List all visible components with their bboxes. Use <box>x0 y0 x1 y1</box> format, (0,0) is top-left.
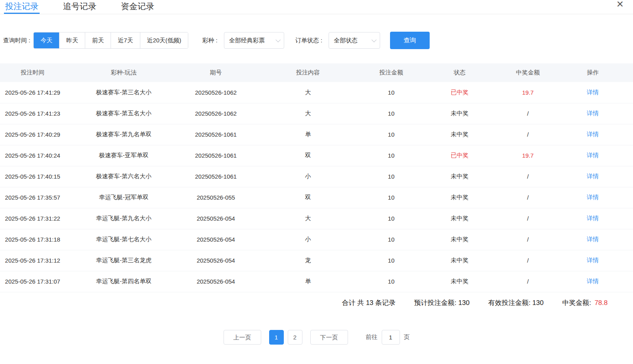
lottery-play-cell: 极速赛车-第五名大小 <box>65 103 182 124</box>
bet-amount-cell: 10 <box>367 271 416 292</box>
action-cell: 详情 <box>553 208 633 229</box>
summary-prize-value: 78.8 <box>595 299 608 307</box>
prize-amount-cell: / <box>503 271 553 292</box>
tab-bar: 投注记录 追号记录 资金记录 × <box>0 0 633 14</box>
table-row: 2025-05-26 17:41:29极速赛车-第三名大小20250526-10… <box>0 82 633 103</box>
bet-content-cell: 大 <box>249 103 366 124</box>
order-status-select[interactable]: 全部状态 <box>329 32 380 49</box>
detail-link[interactable]: 详情 <box>587 173 599 179</box>
page-button-1[interactable]: 1 <box>269 330 284 345</box>
bet-amount-cell: 10 <box>367 82 416 103</box>
status-cell: 已中奖 <box>416 145 503 166</box>
bet-content-cell: 小 <box>249 229 366 250</box>
time-option-last7days[interactable]: 近7天 <box>111 32 140 48</box>
status-cell: 未中奖 <box>416 250 503 271</box>
col-actions: 操作 <box>553 63 633 82</box>
detail-link[interactable]: 详情 <box>587 110 599 116</box>
issue-number-cell: 20250526-054 <box>182 229 249 250</box>
table-row: 2025-05-26 17:31:12幸运飞艇-第三名龙虎20250526-05… <box>0 250 633 271</box>
tab-chase-records[interactable]: 追号记录 <box>62 0 98 14</box>
bet-amount-cell: 10 <box>367 145 416 166</box>
summary-prize: 中奖金额: 78.8 <box>562 298 608 307</box>
table-row: 2025-05-26 17:35:57幸运飞艇-冠军单双20250526-055… <box>0 187 633 208</box>
summary-valid-amount: 有效投注金额: 130 <box>488 298 544 307</box>
time-option-today[interactable]: 今天 <box>34 32 59 48</box>
prize-amount-cell: / <box>503 229 553 250</box>
close-icon[interactable]: × <box>616 0 623 11</box>
detail-link[interactable]: 详情 <box>587 215 599 221</box>
summary-total: 合计 共 13 条记录 <box>342 298 396 307</box>
action-cell: 详情 <box>553 271 633 292</box>
table-header-row: 投注时间 彩种-玩法 期号 投注内容 投注金额 状态 中奖金额 操作 <box>0 63 633 82</box>
detail-link[interactable]: 详情 <box>587 152 599 158</box>
lottery-select[interactable]: 全部经典彩票 <box>224 32 284 49</box>
bet-time-cell: 2025-05-26 17:35:57 <box>0 187 65 208</box>
lottery-play-cell: 幸运飞艇-第九名大小 <box>65 208 182 229</box>
bet-content-cell: 小 <box>249 166 366 187</box>
bet-content-cell: 单 <box>249 124 366 145</box>
action-cell: 详情 <box>553 124 633 145</box>
bet-amount-cell: 10 <box>367 103 416 124</box>
bet-time-cell: 2025-05-26 17:31:12 <box>0 250 65 271</box>
action-cell: 详情 <box>553 229 633 250</box>
prev-page-button[interactable]: 上一页 <box>224 330 261 345</box>
issue-number-cell: 20250526-1061 <box>182 166 249 187</box>
lottery-play-cell: 极速赛车-亚军单双 <box>65 145 182 166</box>
detail-link[interactable]: 详情 <box>587 194 599 200</box>
goto-page-input[interactable] <box>382 330 400 345</box>
table-row: 2025-05-26 17:31:22幸运飞艇-第九名大小20250526-05… <box>0 208 633 229</box>
bet-time-cell: 2025-05-26 17:31:07 <box>0 271 65 292</box>
bet-content-cell: 单 <box>249 271 366 292</box>
bet-time-cell: 2025-05-26 17:41:23 <box>0 103 65 124</box>
bet-time-cell: 2025-05-26 17:40:15 <box>0 166 65 187</box>
lottery-select-value: 全部经典彩票 <box>229 37 265 44</box>
bet-time-cell: 2025-05-26 17:40:29 <box>0 124 65 145</box>
status-cell: 未中奖 <box>416 229 503 250</box>
query-button[interactable]: 查询 <box>390 32 430 49</box>
lottery-play-cell: 幸运飞艇-第三名龙虎 <box>65 250 182 271</box>
next-page-button[interactable]: 下一页 <box>310 330 348 345</box>
page-button-2[interactable]: 2 <box>288 330 302 345</box>
prize-amount-cell: / <box>503 103 553 124</box>
time-option-last20days[interactable]: 近20天(低频) <box>140 32 188 48</box>
order-status-select-value: 全部状态 <box>334 37 358 44</box>
issue-number-cell: 20250526-1061 <box>182 145 249 166</box>
detail-link[interactable]: 详情 <box>587 257 599 263</box>
detail-link[interactable]: 详情 <box>587 236 599 242</box>
bet-time-cell: 2025-05-26 17:31:22 <box>0 208 65 229</box>
action-cell: 详情 <box>553 103 633 124</box>
time-option-day-before[interactable]: 前天 <box>85 32 111 48</box>
lottery-play-cell: 极速赛车-第三名大小 <box>65 82 182 103</box>
status-cell: 未中奖 <box>416 271 503 292</box>
action-cell: 详情 <box>553 187 633 208</box>
chevron-down-icon <box>371 37 377 42</box>
lottery-play-cell: 极速赛车-第九名单双 <box>65 124 182 145</box>
action-cell: 详情 <box>553 250 633 271</box>
tab-fund-records[interactable]: 资金记录 <box>120 0 155 14</box>
bet-time-cell: 2025-05-26 17:31:18 <box>0 229 65 250</box>
col-bet-content: 投注内容 <box>249 63 366 82</box>
bet-time-cell: 2025-05-26 17:41:29 <box>0 82 65 103</box>
summary-bar: 合计 共 13 条记录 预计投注金额: 130 有效投注金额: 130 中奖金额… <box>0 292 633 313</box>
status-cell: 未中奖 <box>416 187 503 208</box>
issue-number-cell: 20250526-054 <box>182 250 249 271</box>
action-cell: 详情 <box>553 166 633 187</box>
page-unit-label: 页 <box>404 334 410 341</box>
status-cell: 未中奖 <box>416 103 503 124</box>
lottery-play-cell: 极速赛车-第六名大小 <box>65 166 182 187</box>
bet-amount-cell: 10 <box>367 208 416 229</box>
detail-link[interactable]: 详情 <box>587 131 599 137</box>
prize-amount-cell: / <box>503 187 553 208</box>
detail-link[interactable]: 详情 <box>587 89 599 95</box>
detail-link[interactable]: 详情 <box>587 278 599 284</box>
goto-label: 前往 <box>366 334 378 341</box>
issue-number-cell: 20250526-1062 <box>182 103 249 124</box>
order-status-filter-label: 订单状态 : <box>295 37 322 44</box>
prize-amount-cell: / <box>503 166 553 187</box>
lottery-play-cell: 幸运飞艇-冠军单双 <box>65 187 182 208</box>
time-option-yesterday[interactable]: 昨天 <box>59 32 85 48</box>
betting-records-panel: 投注记录 追号记录 资金记录 × 查询时间 : 今天 昨天 前天 近7天 近20… <box>0 0 633 345</box>
tab-betting-records[interactable]: 投注记录 <box>4 0 40 14</box>
bet-content-cell: 大 <box>249 208 366 229</box>
status-cell: 已中奖 <box>416 82 503 103</box>
